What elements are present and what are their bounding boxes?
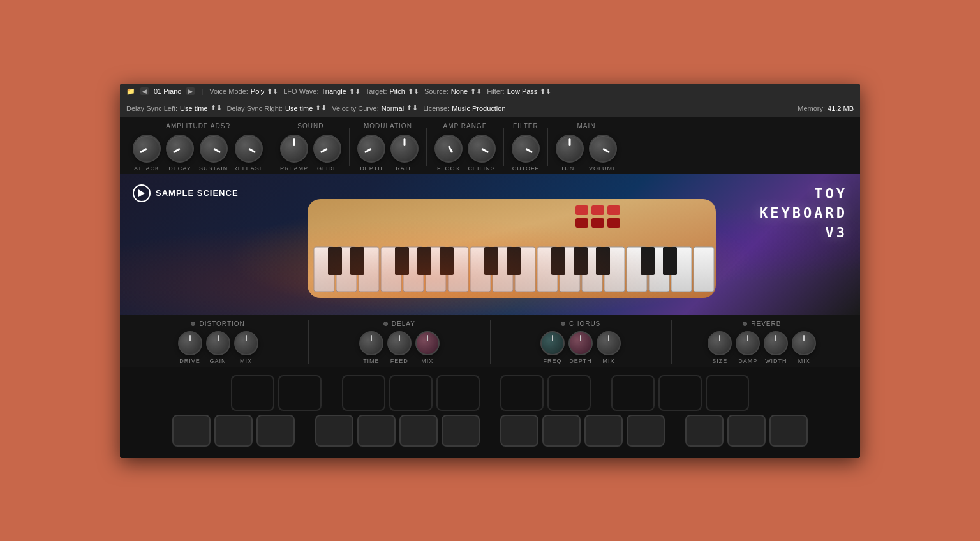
target-value: Pitch — [389, 87, 405, 95]
preamp-label: PREAMP — [280, 165, 308, 172]
pad-1-2[interactable] — [278, 375, 322, 411]
distortion-led[interactable] — [191, 322, 195, 326]
effect-div-2 — [490, 320, 491, 364]
volume-knob[interactable] — [589, 135, 617, 163]
pad-1-10[interactable] — [706, 375, 749, 411]
voice-mode-item[interactable]: Voice Mode: Poly ⬆⬇ — [209, 87, 278, 96]
main-label: MAIN — [577, 122, 595, 130]
pad-2-3[interactable] — [256, 415, 295, 447]
chorus-led[interactable] — [561, 322, 565, 326]
time-knob[interactable] — [359, 331, 383, 355]
effects-row: DISTORTION DRIVE GAIN MIX — [130, 320, 850, 364]
pad-2-9[interactable] — [542, 415, 581, 447]
reverb-led[interactable] — [743, 322, 747, 326]
cutoff-knob[interactable] — [512, 135, 540, 163]
chorus-depth-knob-wrap: DEPTH — [568, 331, 593, 364]
folder-icon: 📁 — [126, 87, 135, 96]
pad-2-12[interactable] — [685, 415, 724, 447]
feed-knob[interactable] — [387, 331, 412, 355]
pad-1-4[interactable] — [389, 375, 433, 411]
ceiling-knob[interactable] — [468, 135, 496, 163]
file-icon-item[interactable]: 📁 — [126, 87, 135, 96]
glide-knob[interactable] — [313, 135, 341, 163]
pad-2-8[interactable] — [500, 415, 538, 447]
sustain-knob[interactable] — [200, 135, 228, 163]
drive-knob[interactable] — [178, 331, 202, 355]
pad-1-9[interactable] — [658, 375, 702, 411]
pad-1-5[interactable] — [436, 375, 480, 411]
attack-knob[interactable] — [133, 135, 161, 163]
pad-2-5[interactable] — [357, 415, 396, 447]
pad-1-6[interactable] — [500, 375, 544, 411]
pad-2-1[interactable] — [172, 415, 211, 447]
floor-knob[interactable] — [434, 135, 463, 163]
pad-1-8[interactable] — [611, 375, 655, 411]
width-knob[interactable] — [764, 331, 788, 355]
svg-marker-0 — [138, 189, 145, 197]
mod-depth-knob[interactable] — [357, 135, 385, 163]
pad-2-6[interactable] — [399, 415, 438, 447]
pad-1-7[interactable] — [547, 375, 591, 411]
gain-knob[interactable] — [206, 331, 230, 355]
pad-1-3[interactable] — [342, 375, 385, 411]
chorus-mix-knob[interactable] — [597, 331, 621, 355]
freq-knob[interactable] — [540, 331, 565, 355]
prev-preset-btn[interactable]: ◀ — [140, 87, 149, 95]
damp-knob[interactable] — [736, 331, 760, 355]
decay-knob[interactable] — [166, 135, 194, 163]
sustain-knob-wrap: SUSTAIN — [199, 135, 228, 172]
delay-mix-label: MIX — [421, 358, 433, 364]
pad-2-2[interactable] — [214, 415, 253, 447]
size-knob[interactable] — [708, 331, 732, 355]
delay-led[interactable] — [383, 322, 388, 326]
pad-2-10[interactable] — [584, 415, 623, 447]
floor-knob-wrap: FLOOR — [434, 135, 463, 172]
delay-sync-right-item[interactable]: Delay Sync Right: Use time ⬆⬇ — [227, 104, 327, 112]
brand-logo: SAMPLE SCIENCE — [133, 184, 239, 202]
section-sound: SOUND PREAMP GLIDE — [278, 122, 344, 172]
delay-mix-knob[interactable] — [415, 331, 440, 355]
source-arrow: ⬆⬇ — [470, 87, 482, 96]
preamp-knob[interactable] — [280, 135, 308, 163]
pad-2-14[interactable] — [769, 415, 808, 447]
delay-mix-knob-wrap: MIX — [415, 331, 440, 364]
release-knob[interactable] — [235, 135, 263, 163]
amp-range-label: AMP RANGE — [443, 122, 487, 130]
pad-gap-3 — [595, 375, 607, 411]
source-item[interactable]: Source: None ⬆⬇ — [424, 87, 482, 96]
chorus-depth-knob[interactable] — [568, 331, 593, 355]
reverb-mix-knob[interactable] — [792, 331, 816, 355]
pad-2-13[interactable] — [727, 415, 766, 447]
license-value: Music Production — [452, 105, 505, 112]
pad-1-1[interactable] — [231, 375, 274, 411]
distortion-mix-knob[interactable] — [234, 331, 258, 355]
pad-2-7[interactable] — [442, 415, 480, 447]
feed-knob-wrap: FEED — [387, 331, 412, 364]
rate-knob[interactable] — [390, 135, 419, 163]
delay-sync-left-label: Delay Sync Left: — [126, 105, 177, 112]
prev-arrow[interactable]: ◀ — [140, 87, 149, 95]
floor-label: FLOOR — [437, 165, 460, 172]
filter-section-label: FILTER — [513, 122, 538, 130]
divider-5 — [547, 128, 548, 166]
pad-2-4[interactable] — [315, 415, 353, 447]
next-arrow[interactable]: ▶ — [186, 87, 195, 95]
brand-logo-icon — [133, 184, 151, 202]
next-preset-btn[interactable]: ▶ — [186, 87, 195, 95]
attack-label: ATTACK — [134, 165, 160, 172]
mod-depth-label: DEPTH — [360, 165, 383, 172]
lfo-wave-item[interactable]: LFO Wave: Triangle ⬆⬇ — [283, 87, 360, 96]
sustain-label: SUSTAIN — [199, 165, 228, 172]
velocity-curve-item[interactable]: Velocity Curve: Normal ⬆⬇ — [332, 104, 418, 112]
target-item[interactable]: Target: Pitch ⬆⬇ — [366, 87, 419, 96]
glide-knob-wrap: GLIDE — [313, 135, 341, 172]
filter-item[interactable]: Filter: Low Pass ⬆⬇ — [487, 87, 551, 96]
delay-sync-right-label: Delay Sync Right: — [227, 105, 283, 112]
voice-mode-arrow: ⬆⬇ — [267, 87, 278, 96]
tune-knob[interactable] — [556, 135, 584, 163]
divider-1 — [272, 128, 272, 166]
chorus-mix-knob-wrap: MIX — [597, 331, 621, 364]
delay-sync-left-item[interactable]: Delay Sync Left: Use time ⬆⬇ — [126, 104, 222, 112]
effect-div-1 — [308, 320, 309, 364]
pad-2-11[interactable] — [627, 415, 665, 447]
